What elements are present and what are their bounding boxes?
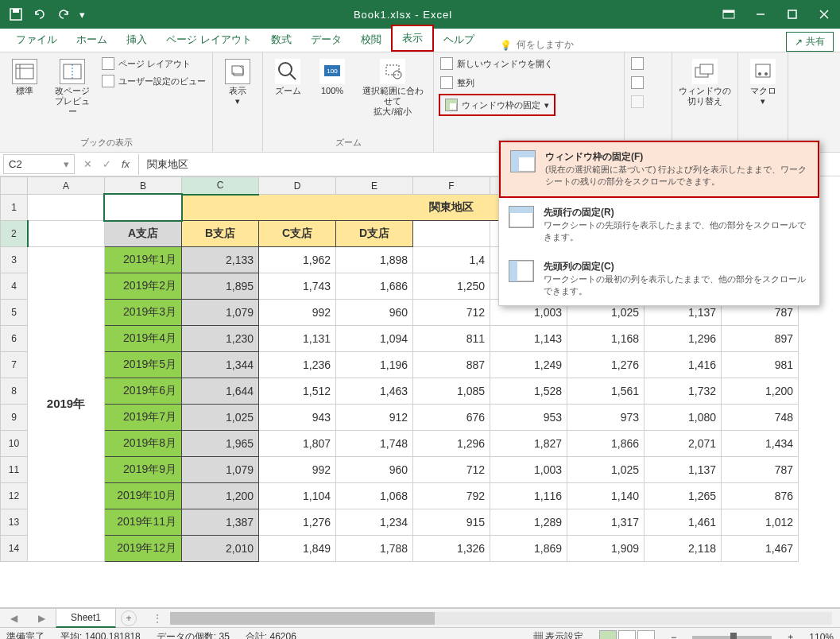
sheet-nav-next[interactable]: ▶ [38,613,45,624]
cell[interactable]: 2,133 [182,247,259,273]
row-header[interactable]: 14 [1,536,28,562]
cell[interactable]: 1,732 [645,378,722,405]
cell[interactable]: 1,965 [182,431,259,457]
tell-me-search[interactable]: 💡 何をしますか [500,38,574,52]
cell[interactable]: 792 [413,483,490,509]
cell[interactable]: 1,743 [259,273,336,300]
cell[interactable]: A支店 [105,221,182,247]
tab-home[interactable]: ホーム [67,28,117,52]
column-header[interactable]: F [413,177,490,195]
cell[interactable]: 1,849 [259,536,336,562]
cell[interactable]: 2019年9月 [105,457,182,483]
row-header[interactable]: 8 [1,378,28,405]
cell[interactable]: 1,561 [567,378,645,405]
enter-formula-button[interactable]: ✓ [97,158,116,170]
column-header[interactable]: D [259,177,336,195]
cell[interactable]: 953 [490,405,567,431]
cell[interactable]: 1,131 [259,326,336,352]
tab-data[interactable]: データ [301,28,351,52]
undo-icon[interactable] [32,6,48,22]
row-header[interactable]: 7 [1,352,28,378]
share-button[interactable]: ↗ 共有 [786,32,834,52]
cell[interactable]: 1,104 [259,483,336,509]
cell[interactable]: 1,276 [567,352,645,378]
column-header[interactable]: B [105,177,182,195]
cell[interactable]: 2019年4月 [105,326,182,352]
cell[interactable]: 2019年11月 [105,509,182,536]
tab-insert[interactable]: 挿入 [117,28,157,52]
row-header[interactable]: 11 [1,457,28,483]
cell[interactable]: 992 [259,300,336,326]
horizontal-scrollbar[interactable] [170,612,832,625]
display-settings-button[interactable]: ▦ 表示設定 [533,630,583,639]
cell[interactable]: 1,296 [645,326,722,352]
tab-view[interactable]: 表示 [391,25,434,52]
row-header[interactable]: 10 [1,431,28,457]
cell[interactable]: 1,265 [645,483,722,509]
cell[interactable]: 1,296 [413,431,490,457]
column-header[interactable]: E [336,177,413,195]
cell[interactable]: 787 [722,457,799,483]
cell[interactable]: 1,276 [259,509,336,536]
cell[interactable]: 712 [413,457,490,483]
cell[interactable]: 1,116 [490,483,567,509]
cell[interactable]: 915 [413,509,490,536]
insert-function-button[interactable]: fx [116,158,135,170]
cell[interactable]: 1,807 [259,431,336,457]
tab-file[interactable]: ファイル [6,28,67,52]
cell[interactable]: 1,196 [336,352,413,378]
cell[interactable]: 981 [722,352,799,378]
row-header[interactable]: 2 [1,221,28,247]
redo-icon[interactable] [56,6,72,22]
save-icon[interactable] [8,6,24,22]
cell[interactable]: 960 [336,457,413,483]
sheet-tab-sheet1[interactable]: Sheet1 [56,608,116,628]
tab-formulas[interactable]: 数式 [261,28,301,52]
freeze-panes-dropdown[interactable]: ウィンドウ枠の固定 ▾ [443,97,551,113]
cell[interactable]: 1,317 [567,509,645,536]
cell[interactable]: 1,898 [336,247,413,273]
zoom-slider[interactable] [692,636,772,639]
cell[interactable]: 1,080 [645,405,722,431]
row-header[interactable]: 3 [1,247,28,273]
cell[interactable]: 2019年6月 [105,378,182,405]
macros-button[interactable]: マクロ▾ [743,56,783,110]
sheet-nav-prev[interactable]: ◀ [10,613,17,624]
freeze-first-column-option[interactable]: 先頭列の固定(C) ワークシートの最初の列を表示したままで、他の部分をスクロール… [499,252,819,306]
maximize-button[interactable] [776,0,808,29]
cell[interactable]: 1,140 [567,483,645,509]
zoom-button[interactable]: ズーム [268,56,308,99]
cell[interactable]: 1,200 [182,483,259,509]
column-header[interactable]: A [28,177,105,195]
cell[interactable]: 2,010 [182,536,259,562]
zoom-100-button[interactable]: 100 100% [312,56,352,99]
cell[interactable]: 1,289 [490,509,567,536]
cell[interactable]: 2019年8月 [105,431,182,457]
cell[interactable]: 1,236 [259,352,336,378]
row-header[interactable]: 6 [1,326,28,352]
cell[interactable]: 1,085 [413,378,490,405]
cell[interactable]: 912 [336,405,413,431]
cell[interactable]: 2019年12月 [105,536,182,562]
hide-button[interactable] [629,75,645,91]
cell[interactable]: 1,4 [413,247,490,273]
freeze-top-row-option[interactable]: 先頭行の固定(R) ワークシートの先頭行を表示したままで、他の部分をスクロールで… [499,198,819,252]
cancel-formula-button[interactable]: ✕ [78,158,97,170]
cell[interactable]: 1,079 [182,457,259,483]
cell[interactable]: 943 [259,405,336,431]
tab-help[interactable]: ヘルプ [434,28,484,52]
freeze-panes-option[interactable]: ウィンドウ枠の固定(F) (現在の選択範囲に基づいて) 行および列を表示したまま… [499,141,819,198]
cell[interactable]: 1,094 [336,326,413,352]
cell[interactable]: 1,528 [490,378,567,405]
unhide-button[interactable] [629,94,645,110]
custom-views-button[interactable]: ユーザー設定のビュー [100,73,207,89]
zoom-out-button[interactable]: − [671,632,676,640]
tab-page-layout[interactable]: ページ レイアウト [157,28,261,52]
tab-review[interactable]: 校閲 [351,28,391,52]
cell[interactable]: 1,895 [182,273,259,300]
page-layout-view-mode[interactable] [618,630,636,640]
cell[interactable]: 973 [567,405,645,431]
normal-view-mode[interactable] [599,630,617,640]
page-layout-view-button[interactable]: ページ レイアウト [100,56,207,72]
qat-customize-icon[interactable]: ▾ [79,9,85,21]
